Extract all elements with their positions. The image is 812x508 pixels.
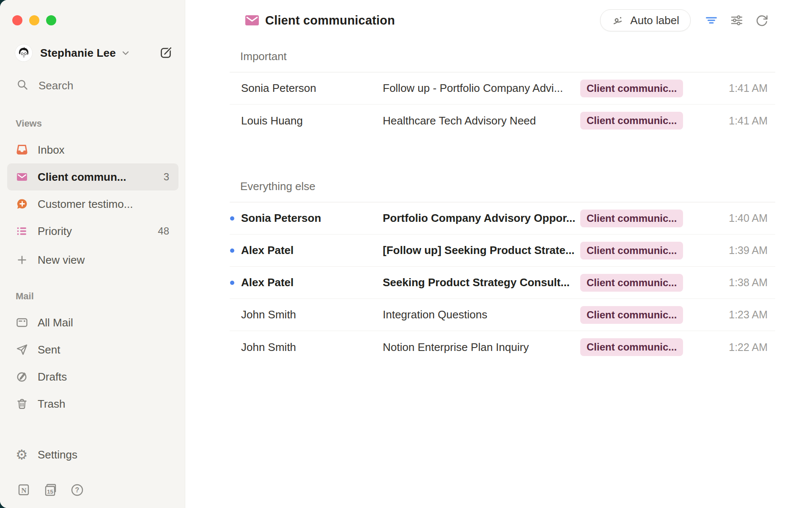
close-window-button[interactable]	[12, 15, 22, 25]
email-label-badge[interactable]: Client communic...	[580, 306, 683, 324]
sidebar-section-label: Mail	[0, 291, 185, 302]
unread-dot	[230, 216, 234, 221]
sidebar: Stephanie Lee Search Views	[0, 0, 185, 508]
list-header: Client communication Auto label	[185, 0, 812, 41]
email-label-badge[interactable]: Client communic...	[580, 338, 683, 356]
email-label-badge[interactable]: Client communic...	[580, 112, 683, 130]
list-icon	[16, 225, 28, 237]
page-title: Client communication	[265, 14, 395, 28]
minimize-window-button[interactable]	[29, 15, 39, 25]
svg-text:N: N	[21, 486, 27, 494]
email-section: Important Sonia Peterson Follow up - Por…	[230, 50, 775, 137]
chevron-down-icon	[121, 49, 130, 58]
email-list: Important Sonia Peterson Follow up - Por…	[185, 41, 812, 508]
auto-label-icon	[612, 14, 624, 27]
main-content: Client communication Auto label	[185, 0, 812, 508]
email-rows: Sonia Peterson Follow up - Portfolio Com…	[230, 72, 775, 137]
email-row[interactable]: Alex Patel Seeking Product Strategy Cons…	[230, 267, 775, 299]
email-sender: Louis Huang	[241, 114, 383, 127]
notion-logo-icon[interactable]: N	[17, 483, 31, 497]
sidebar-item-trash[interactable]: Trash	[7, 390, 178, 417]
item-count: 48	[158, 225, 170, 237]
filter-icon[interactable]	[705, 14, 718, 27]
sidebar-item-inbox[interactable]: Inbox	[7, 136, 178, 163]
envelope-icon	[16, 171, 28, 183]
calendar-icon[interactable]: 15	[44, 483, 58, 497]
email-subject: [Follow up] Seeking Product Strate...	[383, 244, 580, 257]
email-subject: Follow up - Portfolio Company Advi...	[383, 82, 580, 95]
search-label: Search	[38, 79, 73, 92]
email-row[interactable]: Sonia Peterson Portfolio Company Advisor…	[230, 202, 775, 235]
avatar	[15, 44, 32, 61]
unread-dot	[230, 248, 234, 253]
email-row[interactable]: Sonia Peterson Follow up - Portfolio Com…	[230, 72, 775, 105]
email-row[interactable]: John Smith Notion Enterprise Plan Inquir…	[230, 331, 775, 363]
unread-dot	[230, 281, 234, 285]
email-subject: Notion Enterprise Plan Inquiry	[383, 341, 580, 354]
email-time: 1:41 AM	[683, 115, 775, 127]
chat-plus-icon	[16, 198, 28, 210]
email-sender: John Smith	[241, 308, 383, 321]
sidebar-item-customer-testimo[interactable]: Customer testimo...	[7, 190, 178, 218]
email-time: 1:22 AM	[683, 341, 775, 353]
refresh-icon[interactable]	[755, 14, 769, 27]
zoom-window-button[interactable]	[46, 15, 56, 25]
item-count: 3	[164, 171, 170, 183]
sliders-icon[interactable]	[730, 14, 743, 27]
sidebar-item-client-commun[interactable]: Client commun... 3	[7, 163, 178, 190]
section-title: Important	[240, 50, 775, 63]
sidebar-item-sent[interactable]: Sent	[7, 336, 178, 363]
svg-text:15: 15	[47, 489, 53, 495]
email-label-badge[interactable]: Client communic...	[580, 210, 683, 227]
email-time: 1:23 AM	[683, 309, 775, 321]
all-mail-icon	[16, 316, 28, 329]
gear-icon: ⚙	[16, 448, 30, 461]
svg-text:?: ?	[75, 486, 80, 494]
sidebar-item-all-mail[interactable]: All Mail	[7, 309, 178, 336]
email-row[interactable]: Alex Patel [Follow up] Seeking Product S…	[230, 235, 775, 267]
email-sender: Alex Patel	[241, 276, 383, 289]
email-row[interactable]: John Smith Integration Questions Client …	[230, 299, 775, 331]
app-window: Stephanie Lee Search Views	[0, 0, 812, 508]
section-title: Everything else	[240, 180, 775, 193]
help-icon[interactable]: ?	[70, 483, 84, 497]
email-time: 1:39 AM	[683, 244, 775, 257]
email-subject: Integration Questions	[383, 308, 580, 321]
email-label-badge[interactable]: Client communic...	[580, 80, 683, 97]
sidebar-footer: N 15 ?	[0, 476, 185, 503]
auto-label-button[interactable]: Auto label	[600, 9, 691, 31]
search-icon	[16, 79, 29, 93]
window-controls	[0, 0, 185, 25]
email-sender: Sonia Peterson	[241, 212, 383, 225]
email-label-badge[interactable]: Client communic...	[580, 274, 683, 292]
email-subject: Seeking Product Strategy Consult...	[383, 276, 580, 289]
email-section: Everything else Sonia Peterson Portfolio…	[230, 180, 775, 363]
email-time: 1:38 AM	[683, 276, 775, 289]
sidebar-item-drafts[interactable]: Drafts	[7, 363, 178, 390]
plus-icon	[16, 254, 28, 266]
trash-icon	[16, 398, 28, 410]
email-time: 1:40 AM	[683, 212, 775, 224]
settings-label: Settings	[38, 448, 77, 461]
sidebar-item-new-view[interactable]: New view	[7, 246, 178, 273]
account-switcher[interactable]: Stephanie Lee	[0, 43, 185, 63]
label-envelope-icon	[244, 13, 260, 28]
inbox-icon	[16, 144, 28, 156]
send-icon	[16, 343, 28, 356]
sidebar-item-settings[interactable]: ⚙ Settings	[0, 441, 185, 468]
email-sender: Sonia Peterson	[241, 82, 383, 95]
compose-button[interactable]	[159, 47, 172, 59]
email-label-badge[interactable]: Client communic...	[580, 242, 683, 260]
auto-label-text: Auto label	[630, 14, 679, 27]
draft-icon	[16, 370, 28, 383]
email-subject: Healthcare Tech Advisory Need	[383, 114, 580, 127]
sidebar-section-label: Views	[0, 118, 185, 129]
email-rows: Sonia Peterson Portfolio Company Advisor…	[230, 202, 775, 363]
email-sender: Alex Patel	[241, 244, 383, 257]
email-subject: Portfolio Company Advisory Oppor...	[383, 212, 580, 225]
account-name: Stephanie Lee	[40, 47, 116, 60]
sidebar-item-priority[interactable]: Priority 48	[7, 218, 178, 245]
email-time: 1:41 AM	[683, 82, 775, 94]
email-row[interactable]: Louis Huang Healthcare Tech Advisory Nee…	[230, 105, 775, 137]
search-button[interactable]: Search	[0, 75, 185, 96]
